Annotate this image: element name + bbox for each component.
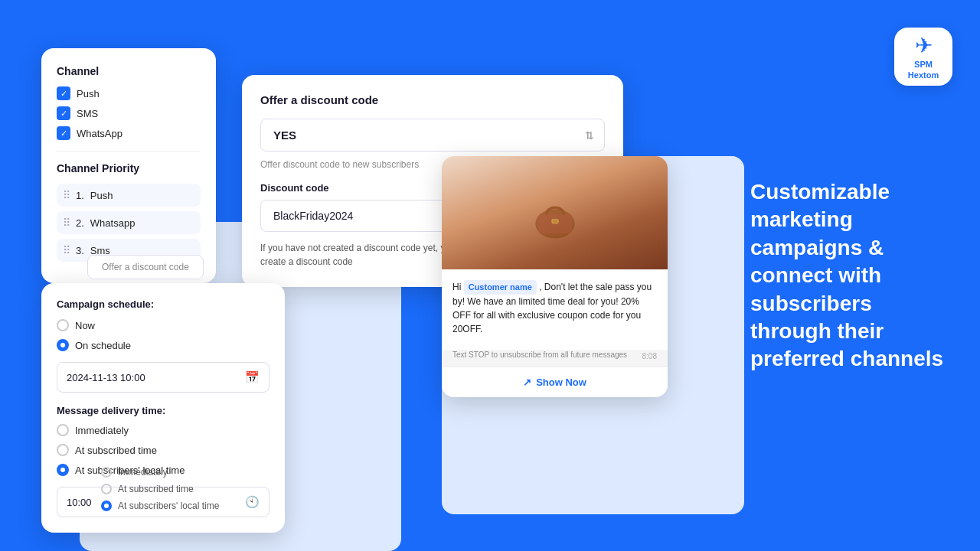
discount-select-wrapper[interactable]: YES NO ⇅ (260, 119, 605, 152)
preview-image (442, 156, 668, 269)
discount-select[interactable]: YES NO (260, 119, 605, 152)
delivery-title: Message delivery time: (57, 405, 270, 416)
on-schedule-option[interactable]: On schedule (57, 339, 270, 351)
hero-text: Customizable marketing campaigns & conne… (750, 178, 949, 373)
channel-push[interactable]: ✓ Push (57, 86, 201, 100)
channel-title: Channel (57, 65, 201, 77)
show-now-label: Show Now (536, 377, 586, 388)
now-radio[interactable] (57, 319, 69, 331)
bg-subscribed-radio (101, 484, 112, 494)
bg-discount-btn: Offer a discount code (87, 255, 204, 279)
channel-sms[interactable]: ✓ SMS (57, 106, 201, 120)
drag-icon-3: ⠿ (63, 244, 70, 256)
show-now-button[interactable]: ↗ Show Now (442, 367, 668, 397)
immediately-radio[interactable] (57, 424, 69, 436)
priority-3-rank: 3. (76, 245, 84, 256)
bg-subscribed-time: At subscribed time (101, 484, 219, 494)
schedule-title: Campaign schedule: (57, 298, 270, 310)
bg-local-radio (101, 500, 112, 511)
clock-icon: 🕙 (245, 495, 260, 509)
preview-card: Hi Customer name , Don't let the sale pa… (442, 156, 668, 397)
whatsapp-label: WhatsApp (77, 128, 122, 139)
bg-immediately: Immediately (101, 467, 219, 478)
sms-label: SMS (77, 108, 98, 119)
push-label: Push (77, 88, 100, 99)
calendar-icon: 📅 (245, 370, 260, 384)
now-option[interactable]: Now (57, 319, 270, 331)
channel-whatsapp[interactable]: ✓ WhatsApp (57, 126, 201, 140)
logo-text: SPMHextom (908, 60, 939, 80)
drag-icon-2: ⠿ (63, 217, 70, 229)
local-time-radio[interactable] (57, 464, 69, 476)
bg-immediately-radio (101, 467, 112, 478)
divider (57, 151, 201, 152)
now-label: Now (75, 320, 95, 331)
unsubscribe-text: Text STOP to unsubscribe from all future… (452, 350, 627, 360)
schedule-radio-group: Now On schedule (57, 319, 270, 351)
on-schedule-label: On schedule (75, 340, 131, 351)
logo-icon: ✈ (915, 33, 933, 58)
subscribed-time-radio[interactable] (57, 444, 69, 456)
bg-local-label: At subscribers' local time (118, 500, 219, 511)
preview-footer: Text STOP to unsubscribe from all future… (442, 350, 668, 367)
svg-rect-1 (537, 214, 572, 234)
discount-card-title: Offer a discount code (260, 93, 605, 106)
drag-icon-1: ⠿ (63, 189, 70, 201)
priority-1-label: Push (90, 190, 113, 201)
svg-point-3 (552, 220, 557, 223)
sms-checkbox[interactable]: ✓ (57, 106, 70, 120)
bg-schedule-group: Immediately At subscribed time At subscr… (101, 467, 219, 517)
priority-whatsapp[interactable]: ⠿ 2. Whatsapp (57, 211, 201, 234)
bg-subscribed-label: At subscribed time (118, 484, 194, 494)
date-value: 2024-11-13 10:00 (67, 372, 239, 383)
priority-push[interactable]: ⠿ 1. Push (57, 184, 201, 207)
timestamp: 8:08 (642, 352, 657, 360)
customer-name-tag: Customer name (464, 280, 537, 295)
whatsapp-checkbox[interactable]: ✓ (57, 126, 70, 140)
on-schedule-radio[interactable] (57, 339, 69, 351)
preview-message: Hi Customer name , Don't let the sale pa… (452, 280, 657, 336)
subscribed-time-label: At subscribed time (75, 445, 157, 456)
bg-immediately-label: Immediately (118, 467, 168, 478)
priority-2-rank: 2. (76, 217, 84, 229)
subscribed-time-option[interactable]: At subscribed time (57, 444, 270, 456)
external-link-icon: ↗ (523, 377, 531, 388)
bg-local-time: At subscribers' local time (101, 500, 219, 511)
date-input-wrapper[interactable]: 2024-11-13 10:00 📅 (57, 362, 270, 393)
bag-illustration (524, 182, 586, 243)
priority-list: ⠿ 1. Push ⠿ 2. Whatsapp ⠿ 3. Sms (57, 184, 201, 262)
preview-body: Hi Customer name , Don't let the sale pa… (442, 269, 668, 350)
immediately-label: Immediately (75, 425, 129, 436)
priority-2-label: Whatsapp (90, 217, 136, 229)
push-checkbox[interactable]: ✓ (57, 86, 70, 100)
immediately-option[interactable]: Immediately (57, 424, 270, 436)
priority-1-rank: 1. (76, 190, 84, 201)
priority-title: Channel Priority (57, 162, 201, 174)
logo-badge: ✈ SPMHextom (894, 28, 952, 86)
channel-card: Channel ✓ Push ✓ SMS ✓ WhatsApp Channel … (41, 48, 216, 283)
